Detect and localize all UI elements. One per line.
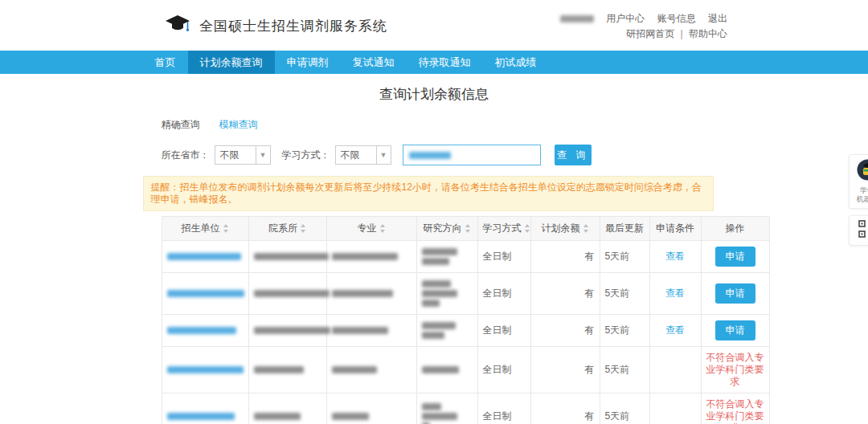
logo: 全国硕士生招生调剂服务系统 (165, 14, 387, 37)
tab-fuzzy-query[interactable]: 模糊查询 (219, 118, 258, 134)
redacted-cell[interactable] (162, 241, 248, 273)
xuexin-robot-widget[interactable]: 学信 机器人 (849, 154, 868, 209)
logout-link[interactable]: 退出 (708, 13, 727, 24)
redacted-text (332, 290, 393, 297)
province-select[interactable]: 不限 ▼ (215, 145, 271, 165)
quota-cell: 有 (530, 315, 600, 347)
column-header[interactable]: 计划余额 (530, 217, 600, 241)
redacted-cell (416, 315, 477, 347)
province-select-value: 不限 (215, 149, 240, 162)
study-mode-label: 学习方式： (282, 149, 330, 162)
column-header[interactable]: 专业 (326, 217, 416, 241)
sort-icon[interactable] (524, 224, 530, 233)
action-cell: 不符合调入专业学科门类要求 (701, 347, 769, 393)
apply-condition-cell (649, 393, 701, 424)
keyword-input[interactable] (403, 145, 541, 165)
qr-code-widget[interactable] (849, 215, 868, 246)
apply-condition-cell: 查看 (649, 273, 701, 315)
nav-item-initial-scores[interactable]: 初试成绩 (483, 51, 549, 74)
nav-item-plan-balance-query[interactable]: 计划余额查询 (188, 51, 275, 74)
last-updated-cell: 5天前 (600, 347, 649, 393)
apply-button[interactable]: 申请 (715, 320, 755, 340)
secondary-links-row: 研招网首页 | 帮助中心 (560, 26, 727, 42)
table-header-row: 招生单位院系所专业研究方向学习方式计划余额最后更新申请条件操作 (162, 217, 769, 241)
redacted-text (167, 366, 244, 373)
nav-item-apply-adjustment[interactable]: 申请调剂 (275, 51, 341, 74)
apply-button[interactable]: 申请 (715, 283, 755, 304)
redacted-cell (248, 241, 326, 273)
redacted-text (254, 327, 330, 334)
sort-icon[interactable] (583, 224, 589, 233)
study-mode-cell: 全日制 (477, 347, 530, 393)
table-row: 全日制有5天前查看申请 (162, 315, 769, 347)
plan-balance-table: 招生单位院系所专业研究方向学习方式计划余额最后更新申请条件操作 全日制有5天前查… (162, 216, 770, 424)
apply-condition-cell: 查看 (649, 241, 701, 273)
column-header: 操作 (701, 217, 769, 241)
redacted-text (422, 332, 444, 339)
robot-avatar-icon (857, 169, 868, 183)
sort-icon[interactable] (223, 224, 229, 233)
sort-icon[interactable] (379, 224, 386, 233)
redacted-text (422, 366, 459, 373)
table-row: 全日制有5天前不符合调入专业学科门类要求 (162, 347, 769, 393)
redacted-text (254, 290, 330, 297)
redacted-cell (248, 393, 326, 424)
redacted-cell[interactable] (162, 393, 248, 424)
column-header[interactable]: 学习方式 (477, 217, 530, 241)
help-center-link[interactable]: 帮助中心 (689, 28, 727, 39)
view-condition-link[interactable]: 查看 (665, 287, 685, 299)
sort-icon[interactable] (465, 224, 471, 233)
view-condition-link[interactable]: 查看 (665, 251, 685, 262)
redacted-text (332, 366, 377, 373)
filter-bar: 所在省市： 不限 ▼ 学习方式： 不限 ▼ 查 询 (162, 145, 726, 165)
redacted-cell (326, 315, 416, 347)
view-condition-link[interactable]: 查看 (665, 324, 685, 336)
user-links-row: 用户中心 账号信息 退出 (560, 11, 727, 26)
page-title: 查询计划余额信息 (143, 85, 726, 104)
chevron-down-icon: ▼ (376, 146, 391, 164)
redacted-text (422, 290, 457, 297)
yanzhao-home-link[interactable]: 研招网首页 (626, 28, 674, 39)
redacted-text (422, 413, 457, 420)
column-header[interactable]: 招生单位 (162, 217, 248, 241)
nav-item-retest-notice[interactable]: 复试通知 (341, 51, 407, 74)
study-mode-cell: 全日制 (477, 315, 530, 347)
redacted-cell[interactable] (162, 315, 248, 347)
study-mode-select[interactable]: 不限 ▼ (335, 145, 391, 165)
redacted-cell (248, 273, 326, 315)
redacted-text (167, 413, 235, 420)
redacted-cell[interactable] (162, 347, 248, 393)
redacted-cell (248, 347, 326, 393)
redacted-text (167, 327, 236, 334)
last-updated-cell: 5天前 (600, 393, 649, 424)
study-mode-cell: 全日制 (477, 273, 530, 315)
reject-reason-text: 不符合调入专业学科门类要求 (706, 398, 764, 424)
account-info-link[interactable]: 账号信息 (657, 13, 696, 24)
apply-button[interactable]: 申请 (715, 247, 755, 267)
redacted-cell (248, 315, 326, 347)
quota-cell: 有 (530, 273, 600, 315)
top-links: 用户中心 账号信息 退出 研招网首页 | 帮助中心 (560, 11, 727, 42)
nav-item-home[interactable]: 首页 (143, 51, 188, 74)
tab-exact-query[interactable]: 精确查询 (162, 118, 200, 134)
study-mode-cell: 全日制 (477, 241, 530, 273)
sort-icon[interactable] (300, 224, 306, 233)
column-header[interactable]: 研究方向 (416, 217, 477, 241)
redacted-cell[interactable] (162, 273, 248, 315)
chevron-down-icon: ▼ (256, 146, 270, 164)
robot-widget-label: 学信 机器人 (851, 186, 868, 204)
redacted-text (167, 253, 241, 260)
keyword-redacted (409, 152, 451, 159)
table-row: 全日制有5天前查看申请 (162, 241, 769, 273)
province-label: 所在省市： (162, 149, 210, 162)
action-cell: 申请 (701, 315, 769, 347)
study-mode-select-value: 不限 (336, 149, 360, 162)
qr-code-icon (858, 226, 868, 240)
user-center-link[interactable]: 用户中心 (606, 13, 645, 24)
search-button[interactable]: 查 询 (555, 145, 592, 165)
apply-condition-cell (649, 347, 701, 393)
nav-item-admission-notice[interactable]: 待录取通知 (407, 51, 483, 74)
column-header[interactable]: 院系所 (248, 217, 326, 241)
redacted-cell (416, 241, 477, 273)
apply-condition-cell: 查看 (649, 315, 701, 347)
